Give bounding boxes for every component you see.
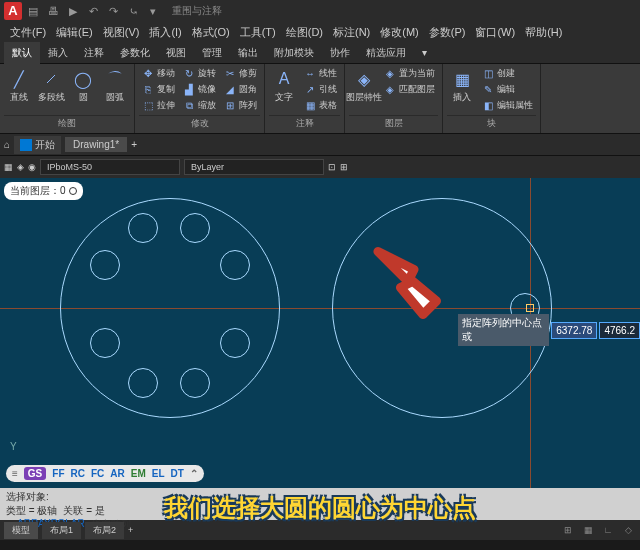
- qc-rc[interactable]: RC: [71, 468, 85, 479]
- tool-layer-current[interactable]: ◈置为当前: [381, 66, 438, 81]
- menu-param[interactable]: 参数(P): [425, 23, 470, 42]
- qat-icon[interactable]: ▶: [66, 4, 80, 18]
- layout2-tab[interactable]: 布局2: [85, 522, 124, 539]
- home-icon[interactable]: ⌂: [4, 139, 10, 150]
- status-icon[interactable]: ◇: [620, 525, 636, 535]
- tool-arc[interactable]: ⌒圆弧: [100, 66, 130, 106]
- tool-table[interactable]: ▦表格: [301, 98, 340, 113]
- tab-default[interactable]: 默认: [4, 42, 40, 64]
- qc-el[interactable]: EL: [152, 468, 165, 479]
- hamburger-icon[interactable]: ≡: [12, 468, 18, 479]
- panel-label[interactable]: 注释: [269, 115, 340, 131]
- tool-move[interactable]: ✥移动: [139, 66, 178, 81]
- tab-manage[interactable]: 管理: [194, 42, 230, 64]
- style-dropdown[interactable]: IPboMS-50: [40, 159, 180, 175]
- tab-insert[interactable]: 插入: [40, 42, 76, 64]
- tool-block-edit[interactable]: ✎编辑: [479, 82, 536, 97]
- command-line[interactable]: 选择对象: 类型 = 极轴关联 = 是 ▸ARRAYPOLAR指定阵列: [0, 488, 640, 520]
- menu-format[interactable]: 格式(O): [188, 23, 234, 42]
- qat-icon[interactable]: ⤿: [126, 4, 140, 18]
- layer-color-dropdown[interactable]: ByLayer: [184, 159, 324, 175]
- coord-y-input[interactable]: 4766.2: [599, 322, 640, 339]
- tool-layer-props[interactable]: ◈图层特性: [349, 66, 379, 106]
- qat-icon[interactable]: ↷: [106, 4, 120, 18]
- prop-icon[interactable]: ⊞: [340, 162, 348, 172]
- tool-leader[interactable]: ↗引线: [301, 82, 340, 97]
- qat-icon[interactable]: ▾: [146, 4, 160, 18]
- tool-scale[interactable]: ⧉缩放: [180, 98, 219, 113]
- tool-stretch[interactable]: ⬚拉伸: [139, 98, 178, 113]
- tool-array[interactable]: ⊞阵列: [221, 98, 260, 113]
- qc-gs[interactable]: GS: [24, 467, 46, 480]
- tool-block-create[interactable]: ◫创建: [479, 66, 536, 81]
- properties-bar: ▦ ◈ ◉ IPboMS-50 ByLayer ⊡ ⊞: [0, 156, 640, 178]
- tab-collab[interactable]: 协作: [322, 42, 358, 64]
- prop-icon[interactable]: ▦: [4, 162, 13, 172]
- add-layout-icon[interactable]: +: [128, 525, 133, 535]
- quick-command-bar[interactable]: ≡ GS FF RC FC AR EM EL DT ⌃: [6, 465, 204, 482]
- status-icon[interactable]: ⊞: [560, 525, 576, 535]
- tool-polyline[interactable]: ⟋多段线: [36, 66, 66, 106]
- qc-ff[interactable]: FF: [52, 468, 64, 479]
- status-icon[interactable]: ▦: [580, 525, 596, 535]
- tool-rotate[interactable]: ↻旋转: [180, 66, 219, 81]
- layout1-tab[interactable]: 布局1: [42, 522, 81, 539]
- tool-copy[interactable]: ⎘复制: [139, 82, 178, 97]
- panel-label[interactable]: 图层: [349, 115, 438, 131]
- menu-view[interactable]: 视图(V): [99, 23, 144, 42]
- tool-block-attr[interactable]: ◧编辑属性: [479, 98, 536, 113]
- qat-icon[interactable]: ▤: [26, 4, 40, 18]
- tab-parametric[interactable]: 参数化: [112, 42, 158, 64]
- qat-icon[interactable]: 🖶: [46, 4, 60, 18]
- qat-icon[interactable]: ↶: [86, 4, 100, 18]
- menu-edit[interactable]: 编辑(E): [52, 23, 97, 42]
- start-tab[interactable]: 开始: [14, 136, 61, 154]
- tool-trim[interactable]: ✂修剪: [221, 66, 260, 81]
- panel-label[interactable]: 绘图: [4, 115, 130, 131]
- menu-help[interactable]: 帮助(H): [521, 23, 566, 42]
- cmd-history: 关联 = 是: [63, 504, 104, 518]
- tab-annotate[interactable]: 注释: [76, 42, 112, 64]
- menu-window[interactable]: 窗口(W): [471, 23, 519, 42]
- tool-mirror[interactable]: ▟镜像: [180, 82, 219, 97]
- tab-addins[interactable]: 附加模块: [266, 42, 322, 64]
- current-layer-pill[interactable]: 当前图层：0: [4, 182, 83, 200]
- line-icon: ╱: [8, 68, 30, 90]
- menu-draw[interactable]: 绘图(D): [282, 23, 327, 42]
- tool-linear[interactable]: ↔线性: [301, 66, 340, 81]
- tab-featured[interactable]: 精选应用: [358, 42, 414, 64]
- menu-dim[interactable]: 标注(N): [329, 23, 374, 42]
- menu-file[interactable]: 文件(F): [6, 23, 50, 42]
- qc-ar[interactable]: AR: [110, 468, 124, 479]
- expand-icon[interactable]: ⌃: [190, 468, 198, 479]
- coord-x-input[interactable]: 6372.78: [551, 322, 597, 339]
- prop-icon[interactable]: ◉: [28, 162, 36, 172]
- panel-label[interactable]: 修改: [139, 115, 260, 131]
- tab-view[interactable]: 视图: [158, 42, 194, 64]
- status-icon[interactable]: ∟: [600, 525, 616, 535]
- tool-text[interactable]: A文字: [269, 66, 299, 106]
- geometry-circle: [60, 198, 280, 418]
- panel-label[interactable]: 块: [447, 115, 536, 131]
- tool-fillet[interactable]: ◢圆角: [221, 82, 260, 97]
- title-search[interactable]: 重围与注释: [172, 4, 222, 18]
- tool-line[interactable]: ╱直线: [4, 66, 34, 106]
- tab-overflow-icon[interactable]: ▾: [414, 43, 435, 62]
- menu-tools[interactable]: 工具(T): [236, 23, 280, 42]
- model-tab[interactable]: 模型: [4, 522, 38, 539]
- tool-circle[interactable]: ◯圆: [68, 66, 98, 106]
- arc-icon: ⌒: [104, 68, 126, 90]
- doc-tab[interactable]: Drawing1*: [65, 137, 127, 152]
- tool-insert[interactable]: ▦插入: [447, 66, 477, 106]
- tool-layer-match[interactable]: ◈匹配图层: [381, 82, 438, 97]
- menu-insert[interactable]: 插入(I): [145, 23, 185, 42]
- prop-icon[interactable]: ⊡: [328, 162, 336, 172]
- tab-output[interactable]: 输出: [230, 42, 266, 64]
- new-tab-icon[interactable]: +: [131, 139, 137, 150]
- prop-icon[interactable]: ◈: [17, 162, 24, 172]
- qc-dt[interactable]: DT: [171, 468, 184, 479]
- qc-fc[interactable]: FC: [91, 468, 104, 479]
- menu-modify[interactable]: 修改(M): [376, 23, 423, 42]
- qc-em[interactable]: EM: [131, 468, 146, 479]
- drawing-canvas[interactable]: 当前图层：0 指定阵列的中心点或 6372.78 4766.2 Y X ≡ GS…: [0, 178, 640, 488]
